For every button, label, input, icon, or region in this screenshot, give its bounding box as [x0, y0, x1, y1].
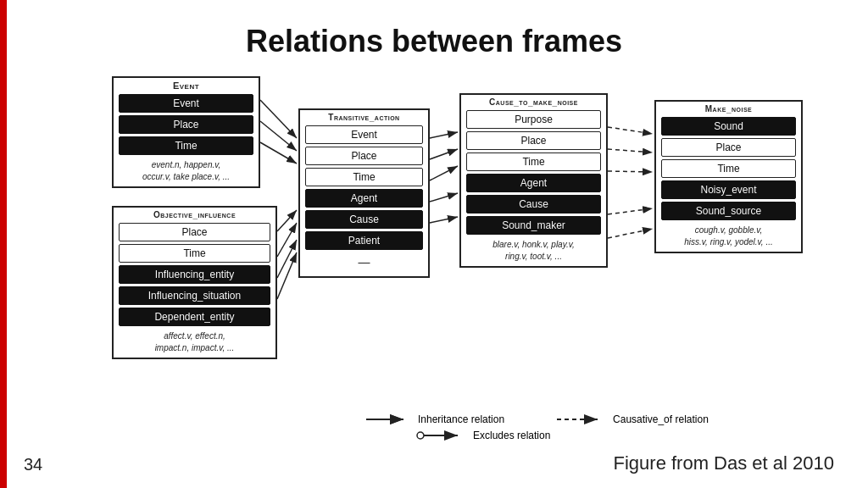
ta-cause-slot: Cause: [305, 210, 423, 229]
causative-legend-label: Causative_of relation: [613, 413, 709, 425]
cause-noise-frame: Cause_to_make_noise Purpose Place Time A…: [459, 93, 608, 268]
make-noise-frame: Make_noise Sound Place Time Noisy_event …: [654, 100, 803, 253]
cn-place-slot: Place: [466, 131, 601, 150]
svg-line-7: [277, 210, 297, 231]
svg-point-27: [417, 432, 424, 439]
cn-purpose-slot: Purpose: [466, 110, 601, 129]
obj-influence-label: Objective_influence: [114, 208, 275, 220]
make-noise-label: Make_noise: [656, 102, 801, 114]
event-frame-italic: event.n, happen.v,occur.v, take place.v,…: [114, 158, 259, 186]
svg-line-8: [277, 223, 297, 257]
ta-time-slot: Time: [305, 168, 423, 186]
svg-line-10: [277, 252, 297, 299]
event-slot-event: Event: [119, 94, 253, 113]
ta-dash: —: [300, 252, 428, 276]
mn-sound-source-slot: Sound_source: [661, 202, 796, 220]
event-frame: Event Event Place Time event.n, happen.v…: [112, 76, 260, 188]
event-slot-place: Place: [119, 115, 253, 134]
cn-cause-slot: Cause: [466, 195, 601, 214]
mn-time-slot: Time: [661, 159, 796, 178]
excludes-legend-icon: [415, 430, 466, 441]
svg-line-12: [430, 149, 458, 159]
svg-line-18: [608, 171, 653, 172]
obj-time-slot: Time: [119, 244, 270, 263]
event-slot-time: Time: [119, 136, 253, 155]
diagram-area: Event Event Place Time event.n, happen.v…: [27, 75, 841, 396]
inheritance-legend-label: Inheritance relation: [418, 413, 504, 425]
ta-patient-slot: Patient: [305, 231, 423, 250]
obj-influence-frame: Objective_influence Place Time Influenci…: [112, 206, 277, 359]
ta-agent-slot: Agent: [305, 189, 423, 208]
ta-event-slot: Event: [305, 125, 423, 144]
svg-line-20: [608, 229, 653, 238]
cn-frame-italic: blare.v, honk.v, play.v,ring.v, toot.v, …: [461, 237, 606, 266]
svg-line-6: [260, 142, 297, 164]
red-bar: [0, 0, 7, 488]
obj-dependent-entity-slot: Dependent_entity: [119, 308, 270, 326]
obj-influencing-situation-slot: Influencing_situation: [119, 286, 270, 305]
svg-line-15: [430, 217, 458, 223]
obj-frame-italic: affect.v, effect.n,impact.n, impact.v, .…: [114, 329, 275, 358]
svg-line-4: [260, 100, 297, 138]
mn-place-slot: Place: [661, 138, 796, 157]
obj-influencing-entity-slot: Influencing_entity: [119, 265, 270, 284]
obj-place-slot: Place: [119, 223, 270, 241]
svg-line-14: [430, 193, 458, 202]
svg-line-16: [608, 127, 653, 134]
mn-noisy-event-slot: Noisy_event: [661, 180, 796, 199]
legend: Inheritance relation Causative_of relati…: [364, 413, 709, 441]
cn-agent-slot: Agent: [466, 174, 601, 192]
svg-line-11: [430, 132, 458, 138]
svg-line-13: [430, 166, 458, 180]
excludes-legend-label: Excludes relation: [473, 430, 550, 441]
cause-noise-label: Cause_to_make_noise: [461, 95, 606, 108]
mn-sound-slot: Sound: [661, 117, 796, 136]
svg-line-19: [608, 208, 653, 214]
ta-place-slot: Place: [305, 147, 423, 165]
cn-time-slot: Time: [466, 152, 601, 171]
svg-line-5: [260, 121, 297, 151]
svg-line-9: [277, 240, 297, 278]
page-title: Relations between frames: [0, 0, 868, 75]
causative-legend-icon: [555, 413, 606, 425]
mn-frame-italic: cough.v, gobble.v,hiss.v, ring.v, yodel.…: [656, 223, 801, 252]
page-number: 34: [24, 455, 42, 474]
transitive-action-frame: Transitive_action Event Place Time Agent…: [298, 108, 430, 278]
event-frame-label: Event: [114, 78, 259, 92]
transitive-action-label: Transitive_action: [300, 110, 428, 123]
cn-sound-maker-slot: Sound_maker: [466, 216, 601, 235]
figure-caption: Figure from Das et al 2010: [614, 452, 834, 474]
inheritance-legend-icon: [364, 413, 411, 425]
svg-line-17: [608, 149, 653, 152]
